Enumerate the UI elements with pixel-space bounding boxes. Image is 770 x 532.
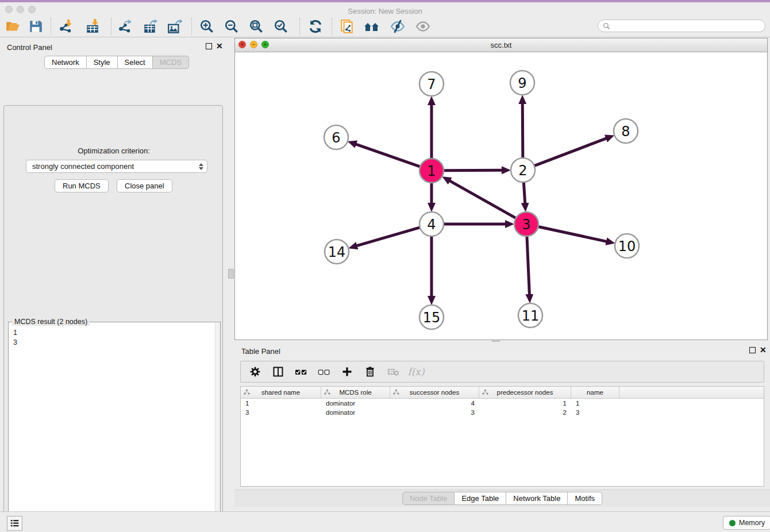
table-cell[interactable]: dominator xyxy=(321,400,390,407)
apply-layout-icon[interactable] xyxy=(307,18,324,34)
zoom-fit-icon[interactable] xyxy=(248,18,264,34)
deselect-all-columns-icon[interactable] xyxy=(317,364,332,379)
table-cell[interactable]: 3 xyxy=(390,409,479,416)
edge-1-2[interactable] xyxy=(444,170,503,171)
tab-mcds[interactable]: MCDS xyxy=(153,56,189,69)
vertical-splitter-handle[interactable] xyxy=(228,269,234,279)
show-all-icon[interactable] xyxy=(415,18,431,34)
column-header-MCDS-role[interactable]: MCDS role xyxy=(321,387,390,398)
node-7[interactable]: 7 xyxy=(419,72,444,96)
export-table-icon[interactable] xyxy=(142,18,158,34)
export-network-icon[interactable] xyxy=(117,18,133,34)
table-header-row: shared nameMCDS rolesuccessor nodesprede… xyxy=(241,387,764,399)
column-header-successor-nodes[interactable]: successor nodes xyxy=(390,387,479,398)
node-3[interactable]: 3 xyxy=(514,212,538,236)
svg-text:15: 15 xyxy=(423,310,441,326)
mcds-result-text[interactable]: 1 3 xyxy=(9,325,215,532)
table-cell[interactable]: 4 xyxy=(390,400,479,407)
svg-text:2: 2 xyxy=(518,163,527,179)
edge-4-14[interactable] xyxy=(356,228,420,246)
tab-select[interactable]: Select xyxy=(118,56,153,69)
toolbar-separator xyxy=(191,18,192,35)
node-6[interactable]: 6 xyxy=(324,125,348,149)
table-cell[interactable]: dominator xyxy=(321,409,390,416)
search-input[interactable] xyxy=(613,21,760,30)
delete-column-icon[interactable] xyxy=(363,364,378,379)
table-settings-icon[interactable] xyxy=(248,364,263,379)
import-network-icon[interactable] xyxy=(58,18,74,34)
table-cell[interactable]: 1 xyxy=(571,400,619,407)
memory-label: Memory xyxy=(739,519,765,527)
table-toolbar: f(x) xyxy=(240,361,764,383)
node-1[interactable]: 1 xyxy=(419,159,444,183)
column-header-shared-name[interactable]: shared name xyxy=(241,387,321,398)
table-cell[interactable]: 3 xyxy=(241,409,321,416)
zoom-out-icon[interactable] xyxy=(224,18,240,34)
table-cell[interactable]: 3 xyxy=(571,409,619,416)
close-table-panel-icon[interactable]: ✕ xyxy=(760,348,767,353)
zoom-selected-icon[interactable] xyxy=(273,18,289,34)
table-cell[interactable]: 1 xyxy=(241,400,321,407)
edge-3-10[interactable] xyxy=(538,226,607,241)
node-14[interactable]: 14 xyxy=(325,240,349,264)
result-scrollbar[interactable] xyxy=(215,323,220,532)
tab-edge-table[interactable]: Edge Table xyxy=(455,492,506,505)
tab-motifs[interactable]: Motifs xyxy=(568,492,602,505)
hide-selected-icon[interactable] xyxy=(390,18,406,34)
import-table-icon[interactable] xyxy=(84,18,101,34)
svg-text:3: 3 xyxy=(522,217,530,233)
edge-1-6[interactable] xyxy=(355,144,420,167)
svg-text:4: 4 xyxy=(427,217,436,233)
column-header-predecessor-nodes[interactable]: predecessor nodes xyxy=(479,387,571,398)
table-body: 1dominator4113dominator323 xyxy=(241,399,764,417)
tab-network-table[interactable]: Network Table xyxy=(506,492,568,505)
tab-style[interactable]: Style xyxy=(87,56,118,69)
table-cell[interactable]: 2 xyxy=(479,409,571,416)
tab-node-table[interactable]: Node Table xyxy=(402,492,455,505)
node-2[interactable]: 2 xyxy=(511,158,535,182)
tab-network[interactable]: Network xyxy=(44,56,87,69)
create-column-icon[interactable] xyxy=(340,364,355,379)
edge-2-9[interactable] xyxy=(522,103,523,158)
apply-function-icon[interactable]: f(x) xyxy=(409,364,424,379)
delete-table-icon[interactable] xyxy=(386,364,401,379)
zoom-in-icon[interactable] xyxy=(199,18,215,34)
node-9[interactable]: 9 xyxy=(510,71,534,95)
task-history-icon[interactable] xyxy=(7,516,22,531)
table-cell[interactable]: 1 xyxy=(479,400,571,407)
svg-text:11: 11 xyxy=(522,308,540,324)
float-panel-icon[interactable] xyxy=(206,43,212,49)
export-image-icon[interactable] xyxy=(167,18,183,34)
close-panel-button[interactable]: Close panel xyxy=(117,179,172,192)
new-network-from-selection-icon[interactable] xyxy=(339,18,355,34)
optimization-criterion-select[interactable]: strongly connected component xyxy=(26,160,207,173)
edge-3-11[interactable] xyxy=(527,236,530,295)
first-neighbors-icon[interactable] xyxy=(364,18,380,34)
run-mcds-button[interactable]: Run MCDS xyxy=(55,179,109,192)
network-canvas[interactable]: 7968124314101511 xyxy=(235,52,767,340)
svg-text:14: 14 xyxy=(328,244,346,260)
table-row[interactable]: 3dominator323 xyxy=(241,408,764,417)
table-panel-title: Table Panel xyxy=(241,346,280,356)
split-column-icon[interactable] xyxy=(271,364,286,379)
column-header-name[interactable]: name xyxy=(571,387,619,398)
node-4[interactable]: 4 xyxy=(419,212,444,236)
node-15[interactable]: 15 xyxy=(419,305,444,329)
node-10[interactable]: 10 xyxy=(615,234,639,258)
select-all-columns-icon[interactable] xyxy=(294,364,309,379)
close-panel-icon[interactable]: ✕ xyxy=(216,44,223,49)
optimization-criterion-label: Optimization criterion: xyxy=(4,147,224,155)
table-row[interactable]: 1dominator411 xyxy=(241,399,764,408)
save-session-icon[interactable] xyxy=(28,18,44,34)
edge-3-1[interactable] xyxy=(449,180,515,218)
node-11[interactable]: 11 xyxy=(518,303,542,327)
main-toolbar xyxy=(0,16,770,37)
open-session-icon[interactable] xyxy=(5,18,21,34)
edge-2-8[interactable] xyxy=(534,138,607,165)
search-box[interactable] xyxy=(598,20,765,32)
svg-text:9: 9 xyxy=(518,75,526,91)
edge-2-3[interactable] xyxy=(523,182,525,204)
float-table-panel-icon[interactable] xyxy=(749,347,756,353)
memory-button[interactable]: Memory xyxy=(723,516,770,530)
node-8[interactable]: 8 xyxy=(614,119,638,143)
